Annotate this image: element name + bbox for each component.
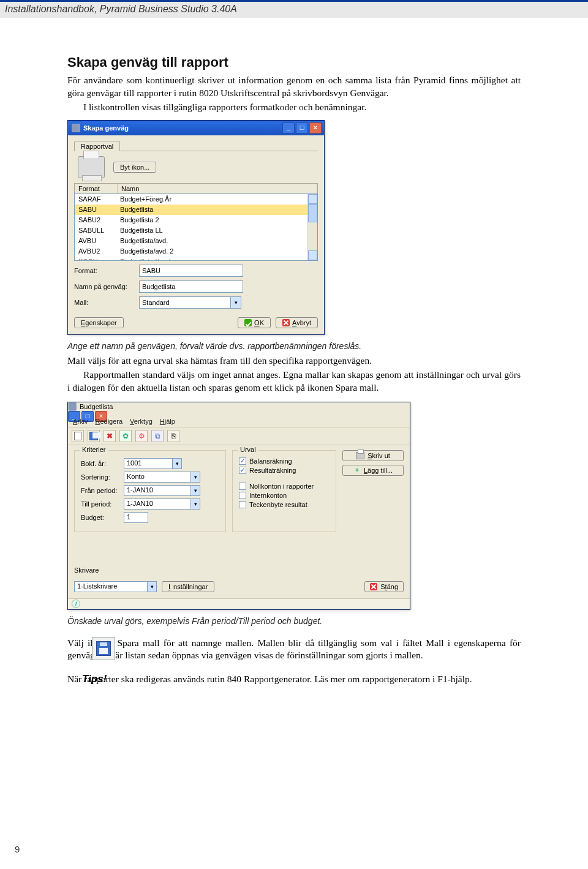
- info-icon: i: [72, 600, 80, 608]
- checkbox-teckenbyte[interactable]: Teckenbyte resultat: [239, 501, 330, 508]
- save-icon[interactable]: [88, 430, 100, 442]
- minimize-button[interactable]: _: [282, 122, 295, 134]
- toolbar: ✖ ✿ ⚙ ⧉ ⎘: [68, 427, 410, 445]
- sortering-combobox[interactable]: Konto▾: [124, 472, 200, 483]
- tips-label: Tips!: [82, 673, 107, 685]
- close-icon: [282, 319, 290, 326]
- paragraph-save-mall: Välj ikonen Spara mall för att namnge ma…: [67, 637, 521, 663]
- check-icon: [244, 319, 252, 326]
- label-sortering: Sortering:: [81, 473, 120, 481]
- chevron-down-icon[interactable]: ▾: [191, 485, 200, 496]
- mall-field[interactable]: [139, 296, 231, 309]
- paragraph-intro: För användare som kontinuerligt skriver …: [67, 74, 521, 100]
- fran-period-combobox[interactable]: 1-JAN10▾: [124, 485, 200, 496]
- tool-icon[interactable]: ✿: [119, 430, 132, 442]
- bokfar-combobox[interactable]: 1001▾: [124, 458, 182, 469]
- chevron-down-icon[interactable]: ▾: [191, 472, 200, 483]
- legend-kriterier: Kriterier: [80, 446, 108, 453]
- group-urval: Urval ✓Balansräkning ✓Resultaträkning No…: [232, 450, 336, 532]
- tool-icon[interactable]: ⚙: [135, 430, 148, 442]
- menu-arkiv[interactable]: Arkiv: [73, 418, 88, 425]
- section-heading: Skapa genväg till rapport: [67, 55, 521, 70]
- paragraph-tips: När rapporter ska redigeras används ruti…: [67, 673, 521, 686]
- tool-icon[interactable]: ⧉: [151, 430, 164, 442]
- list-item: KODUBudgetlista Komb: [75, 257, 317, 261]
- menu-hjalp[interactable]: Hjälp: [160, 418, 175, 425]
- ok-button[interactable]: OK: [238, 317, 271, 328]
- plus-icon: +: [353, 467, 361, 474]
- list-item: SABU2Budgetlista 2: [75, 215, 317, 225]
- menu-redigera[interactable]: Redigera: [95, 418, 123, 425]
- dialog2-title: Budgetlista: [80, 403, 113, 410]
- dialog-budgetlista: Budgetlista _ □ × Arkiv Redigera Verktyg…: [67, 402, 410, 610]
- settings-button[interactable]: Inställningar: [162, 581, 214, 592]
- document-title: Installationshandbok, Pyramid Business S…: [5, 4, 237, 14]
- caption-2: Önskade urval görs, exempelvis Från peri…: [67, 616, 521, 626]
- tab-rapportval[interactable]: Rapportval: [74, 141, 120, 151]
- list-item: SABULLBudgetlista LL: [75, 225, 317, 236]
- app-icon: [68, 402, 77, 411]
- dialog2-titlebar[interactable]: Budgetlista _ □ ×: [68, 402, 410, 416]
- print-button[interactable]: Skriv ut: [342, 450, 404, 461]
- format-field[interactable]: [139, 265, 243, 277]
- dialog-skapa-genvag: Skapa genväg _ □ × Rapportval Byt ikon..…: [67, 120, 325, 335]
- label-shortcut-name: Namn på genväg:: [74, 283, 135, 290]
- floppy-icon: [96, 641, 111, 656]
- delete-icon[interactable]: ✖: [104, 430, 116, 442]
- scroll-up-icon[interactable]: [308, 194, 317, 204]
- mall-combobox[interactable]: ▾: [139, 296, 241, 309]
- page-content: Skapa genväg till rapport För användare …: [0, 18, 588, 686]
- checkbox-nollkonton[interactable]: Nollkonton i rapporter: [239, 483, 330, 490]
- scroll-down-icon[interactable]: [308, 250, 317, 260]
- dialog-titlebar[interactable]: Skapa genväg _ □ ×: [68, 121, 324, 135]
- paragraph-standardmall: Rapportmallen standard väljs om inget an…: [67, 369, 521, 394]
- col-format[interactable]: Format: [75, 184, 118, 194]
- menu-verktyg[interactable]: Verktyg: [130, 418, 153, 425]
- cancel-button[interactable]: Avbryt: [276, 317, 318, 328]
- label-bokfar: Bokf. år:: [81, 460, 120, 467]
- printer-icon: [356, 452, 364, 459]
- budget-field[interactable]: 1: [124, 512, 148, 523]
- close-button-2[interactable]: Stäng: [364, 581, 404, 592]
- maximize-button[interactable]: □: [296, 122, 308, 134]
- label-till-period: Till period:: [81, 500, 120, 508]
- chevron-down-icon[interactable]: ▾: [231, 296, 241, 309]
- properties-button[interactable]: EEgenskapergenskaper: [74, 317, 124, 328]
- add-button[interactable]: + Lägg till...: [342, 465, 404, 476]
- tool-icon[interactable]: ⎘: [167, 430, 179, 442]
- printer-icon: [78, 156, 105, 178]
- till-period-combobox[interactable]: 1-JAN10▾: [124, 498, 200, 510]
- col-name[interactable]: Namn: [118, 184, 317, 194]
- label-format: Format:: [74, 267, 135, 274]
- chevron-down-icon[interactable]: ▾: [191, 498, 200, 510]
- shortcut-name-field[interactable]: [139, 280, 243, 293]
- chevron-down-icon[interactable]: ▾: [173, 458, 182, 469]
- checkbox-resultat[interactable]: ✓Resultaträkning: [239, 467, 330, 474]
- report-listbox[interactable]: SARAFBudget+Föreg.År SABUBudgetlista SAB…: [74, 194, 318, 261]
- checkbox-internkonton[interactable]: Internkonton: [239, 492, 330, 499]
- label-skrivare: Skrivare: [74, 566, 404, 574]
- change-icon-button[interactable]: Byt ikon...: [113, 162, 156, 173]
- checkbox-balans[interactable]: ✓Balansräkning: [239, 457, 330, 465]
- list-item: SARAFBudget+Föreg.År: [75, 194, 317, 205]
- label-mall: Mall:: [74, 299, 135, 306]
- list-item: AVBUBudgetlista/avd.: [75, 236, 317, 246]
- legend-urval: Urval: [238, 446, 258, 453]
- close-icon: [370, 583, 377, 590]
- scroll-thumb[interactable]: [308, 204, 317, 222]
- list-item: SABUBudgetlista: [75, 205, 317, 215]
- paragraph-mall: Mall väljs för att egna urval ska hämtas…: [67, 355, 521, 367]
- new-icon[interactable]: [72, 430, 84, 442]
- label-budget: Budget:: [81, 514, 120, 521]
- skrivare-combobox[interactable]: 1-Listskrivare ▾: [74, 581, 157, 592]
- list-scrollbar[interactable]: [307, 194, 317, 260]
- close-button[interactable]: ×: [309, 122, 322, 134]
- page-number: 9: [15, 844, 20, 854]
- menubar[interactable]: Arkiv Redigera Verktyg Hjälp: [68, 416, 410, 427]
- app-icon: [72, 124, 80, 132]
- dialog-title: Skapa genväg: [83, 124, 129, 132]
- list-header: Format Namn: [74, 183, 318, 194]
- save-mall-icon: [92, 637, 115, 660]
- paragraph-listkontroll: I listkontrollen visas tillgängliga rapp…: [67, 101, 521, 114]
- chevron-down-icon[interactable]: ▾: [148, 581, 157, 592]
